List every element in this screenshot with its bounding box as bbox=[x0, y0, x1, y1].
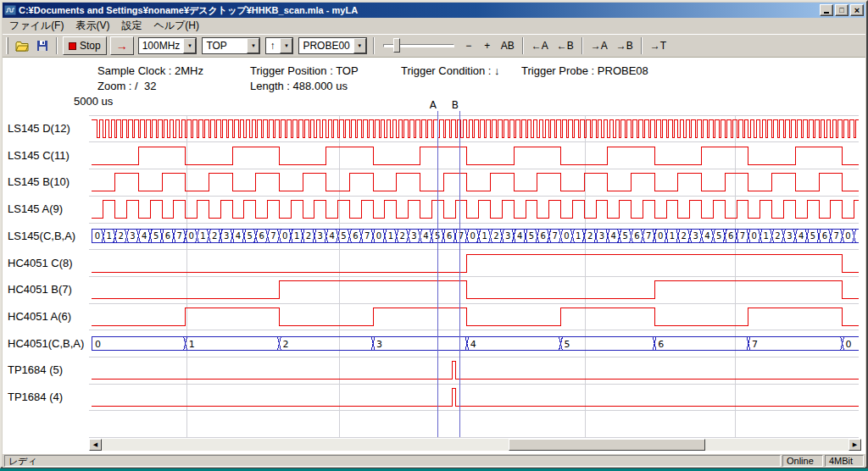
bus-ls145: 0123456701234567012345670123456701234567… bbox=[92, 230, 859, 243]
bus-value: 5 bbox=[341, 231, 346, 241]
menu-help[interactable]: ヘルプ(H) bbox=[147, 17, 205, 35]
scrollbar-thumb[interactable] bbox=[509, 439, 705, 451]
bus-value: 0 bbox=[846, 339, 852, 350]
bus-value: 3 bbox=[599, 231, 604, 241]
wave-channel-0 bbox=[92, 120, 859, 138]
scroll-right-button[interactable]: ▶ bbox=[849, 439, 861, 451]
scroll-left-icon: ◀ bbox=[93, 441, 97, 448]
scrollbar-track[interactable] bbox=[102, 439, 849, 451]
trigger-position-value: TOP bbox=[203, 38, 247, 53]
status-ready: レディ bbox=[4, 455, 781, 467]
app-icon bbox=[4, 4, 16, 16]
wave-channel-2 bbox=[92, 174, 859, 191]
bus-value: 3 bbox=[318, 231, 323, 241]
clock-select[interactable]: 100MHz ▼ bbox=[138, 37, 198, 54]
dropdown-arrow-icon[interactable]: ▼ bbox=[280, 38, 292, 53]
close-button[interactable]: × bbox=[850, 4, 864, 16]
channel-label: LS145 A(9) bbox=[8, 202, 63, 215]
wave-channel-5 bbox=[92, 254, 859, 272]
zoom-slider-thumb[interactable] bbox=[393, 38, 400, 53]
goto-cursor-b-left-button[interactable]: ←B bbox=[554, 37, 577, 54]
goto-cursor-a-left-button[interactable]: ←A bbox=[528, 37, 552, 54]
zoom-in-button[interactable]: + bbox=[479, 37, 496, 54]
bus-value: 7 bbox=[552, 231, 557, 241]
stop-button[interactable]: Stop bbox=[63, 36, 107, 55]
bus-value: 3 bbox=[411, 231, 416, 241]
trigger-position-select[interactable]: TOP ▼ bbox=[202, 37, 260, 54]
bus-value: 3 bbox=[224, 231, 229, 241]
bus-value: 5 bbox=[565, 339, 570, 350]
title-bar[interactable]: C:¥Documents and Settings¥noname¥デスクトップ¥… bbox=[3, 3, 865, 18]
bus-value: 0 bbox=[188, 231, 193, 241]
bus-value: 0 bbox=[470, 231, 476, 241]
zoom-out-button[interactable]: − bbox=[460, 37, 477, 54]
bus-value: 4 bbox=[704, 231, 709, 241]
goto-cursor-a-right-button[interactable]: →A bbox=[587, 37, 611, 54]
dropdown-arrow-icon[interactable]: ▼ bbox=[183, 38, 196, 53]
dropdown-arrow-icon[interactable]: ▼ bbox=[247, 38, 259, 53]
trigger-condition-label: Trigger Condition : ↓ bbox=[401, 64, 500, 77]
menu-file[interactable]: ファイル(F) bbox=[3, 17, 70, 35]
horizontal-scrollbar[interactable]: ◀ ▶ bbox=[89, 439, 861, 451]
bus-value: 5 bbox=[435, 231, 440, 241]
menu-view[interactable]: 表示(V) bbox=[70, 17, 115, 35]
save-button[interactable] bbox=[32, 36, 53, 55]
bus-value: 0 bbox=[95, 231, 100, 241]
bus-value: 4 bbox=[142, 231, 147, 241]
minimize-button[interactable] bbox=[820, 4, 833, 16]
bus-value: 0 bbox=[752, 231, 757, 241]
status-bar: レディ Online 4MBit bbox=[3, 454, 865, 468]
window-controls: □ × bbox=[820, 4, 864, 16]
toolbar-separator bbox=[641, 37, 643, 54]
bus-value: 6 bbox=[728, 231, 733, 241]
bus-value: 1 bbox=[294, 231, 299, 241]
probe-select[interactable]: PROBE00 ▼ bbox=[298, 37, 366, 54]
bus-value: 4 bbox=[611, 231, 616, 241]
maximize-button[interactable]: □ bbox=[835, 4, 849, 16]
scroll-left-button[interactable]: ◀ bbox=[89, 439, 102, 451]
bus-value: 1 bbox=[576, 231, 581, 241]
save-floppy-icon bbox=[36, 40, 48, 52]
grid-lines bbox=[89, 115, 859, 438]
dropdown-arrow-icon[interactable]: ▼ bbox=[353, 38, 366, 53]
scroll-right-icon: ▶ bbox=[853, 441, 857, 448]
bus-value: 5 bbox=[248, 231, 253, 241]
bus-value: 6 bbox=[447, 231, 452, 241]
trigger-edge-select[interactable]: ↑ ▼ bbox=[265, 37, 293, 54]
bus-value: 2 bbox=[400, 231, 405, 241]
goto-trigger-button[interactable]: →T bbox=[647, 37, 670, 54]
bus-value: 7 bbox=[752, 339, 758, 350]
toolbar-grip[interactable] bbox=[6, 37, 8, 54]
bus-value: 6 bbox=[259, 231, 264, 241]
open-button[interactable] bbox=[12, 36, 32, 55]
wave-channel-9 bbox=[92, 362, 859, 380]
ab-range-button[interactable]: AB bbox=[498, 37, 518, 54]
bus-value: 0 bbox=[658, 231, 663, 241]
channel-label: LS145 B(10) bbox=[8, 175, 70, 188]
waveform-plot: 0123456701234567012345670123456701234567… bbox=[3, 98, 865, 439]
bus-value: 1 bbox=[107, 231, 112, 241]
run-button[interactable]: → bbox=[110, 36, 134, 55]
toolbar: Stop → 100MHz ▼ TOP ▼ ↑ ▼ PROBE00 ▼ − + … bbox=[3, 34, 865, 58]
bus-value: 6 bbox=[658, 339, 664, 350]
goto-cursor-b-right-button[interactable]: →B bbox=[613, 37, 637, 54]
bus-value: 6 bbox=[165, 231, 170, 241]
minimize-icon bbox=[824, 12, 829, 14]
bus-value: 0 bbox=[376, 231, 381, 241]
menu-settings[interactable]: 設定 bbox=[115, 17, 147, 35]
bus-value: 2 bbox=[282, 339, 288, 350]
channel-label: LS145 C(11) bbox=[8, 149, 70, 162]
toolbar-separator bbox=[56, 37, 58, 54]
bus-value: 2 bbox=[212, 231, 217, 241]
bus-value: 4 bbox=[470, 339, 476, 350]
bus-value: 2 bbox=[682, 231, 687, 241]
bus-value: 3 bbox=[787, 231, 792, 241]
zoom-slider[interactable] bbox=[383, 37, 454, 54]
bus-value: 7 bbox=[270, 231, 275, 241]
sample-clock-label: Sample Clock : 2MHz bbox=[97, 64, 203, 77]
bus-value: 5 bbox=[529, 231, 534, 241]
wave-channel-7 bbox=[92, 308, 859, 325]
bus-value: 6 bbox=[822, 231, 827, 241]
bus-value: 0 bbox=[845, 231, 850, 241]
bus-value: 0 bbox=[564, 231, 569, 241]
